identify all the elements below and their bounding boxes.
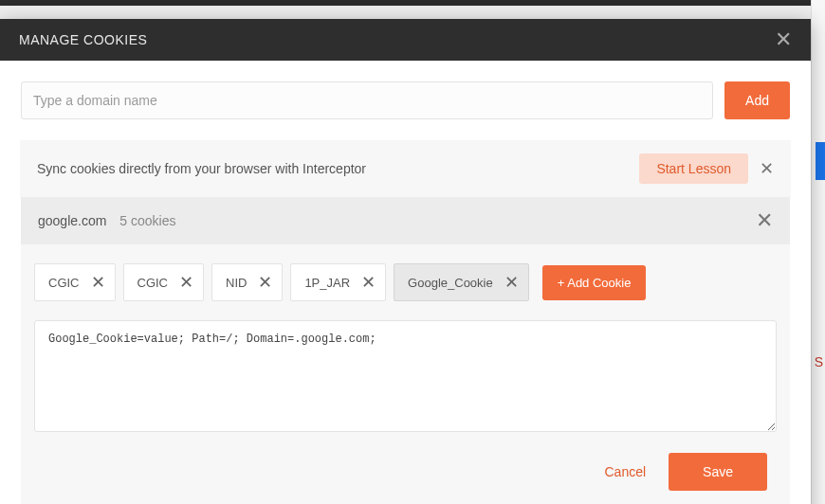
save-button[interactable]: Save <box>669 453 767 491</box>
close-icon[interactable]: ✕ <box>91 274 105 291</box>
backdrop-blue-accent <box>816 142 825 180</box>
close-icon[interactable]: ✕ <box>504 274 519 291</box>
cookie-chip-list: CGIC✕CGIC✕NID✕1P_JAR✕Google_Cookie✕+ Add… <box>34 263 777 301</box>
domain-name-label: google.com <box>38 213 106 228</box>
cookie-chip[interactable]: Google_Cookie✕ <box>394 263 529 301</box>
backdrop-right-panel <box>811 0 825 504</box>
cookie-chip-label: NID <box>226 276 247 290</box>
cookie-value-textarea[interactable] <box>34 320 777 432</box>
domain-name-input[interactable] <box>21 81 713 119</box>
lesson-banner-actions: Start Lesson ✕ <box>639 153 774 184</box>
add-domain-button[interactable]: Add <box>724 81 790 119</box>
close-icon[interactable]: ✕ <box>179 274 193 291</box>
modal-header: MANAGE COOKIES ✕ <box>0 19 811 61</box>
cookie-count-label: 5 cookies <box>119 213 175 228</box>
close-icon[interactable]: ✕ <box>361 274 376 291</box>
cookie-chip-label: Google_Cookie <box>408 276 493 290</box>
modal-title: MANAGE COOKIES <box>19 32 147 47</box>
close-icon[interactable]: ✕ <box>775 29 793 50</box>
domain-header: google.com 5 cookies ✕ <box>21 197 790 244</box>
start-lesson-button[interactable]: Start Lesson <box>639 153 748 184</box>
manage-cookies-modal: MANAGE COOKIES ✕ Add Sync cookies direct… <box>0 19 811 504</box>
modal-body: Add Sync cookies directly from your brow… <box>0 61 811 504</box>
close-icon[interactable]: ✕ <box>258 274 272 291</box>
domain-add-row: Add <box>21 81 790 119</box>
add-cookie-button[interactable]: + Add Cookie <box>542 265 647 300</box>
cookie-chip[interactable]: CGIC✕ <box>34 263 116 301</box>
cookie-chip-label: 1P_JAR <box>304 276 350 290</box>
lesson-text: Sync cookies directly from your browser … <box>37 161 366 176</box>
domain-header-left: google.com 5 cookies <box>38 213 175 228</box>
cookie-chip-label: CGIC <box>48 276 80 290</box>
cookie-chip[interactable]: 1P_JAR✕ <box>290 263 386 301</box>
interceptor-lesson-banner: Sync cookies directly from your browser … <box>20 140 791 197</box>
close-icon[interactable]: ✕ <box>760 160 774 177</box>
cookie-actions: Cancel Save <box>34 436 777 495</box>
backdrop-letter: S <box>815 354 823 369</box>
cookie-chip[interactable]: CGIC✕ <box>123 263 205 301</box>
close-icon[interactable]: ✕ <box>756 210 773 231</box>
cookie-chip-label: CGIC <box>138 276 169 290</box>
cookie-chip[interactable]: NID✕ <box>211 263 283 301</box>
cookies-area: CGIC✕CGIC✕NID✕1P_JAR✕Google_Cookie✕+ Add… <box>21 244 790 504</box>
cancel-button[interactable]: Cancel <box>604 464 646 479</box>
backdrop-top-bar <box>0 0 825 6</box>
